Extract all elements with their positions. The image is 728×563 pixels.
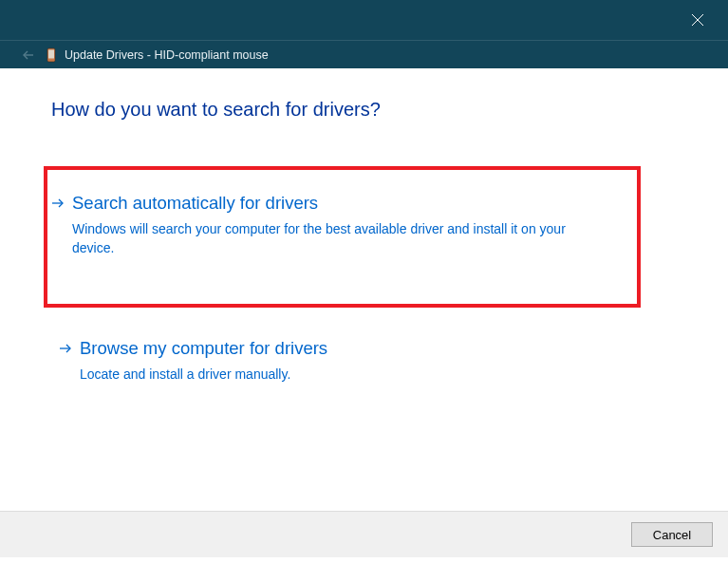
- arrow-icon: [59, 342, 72, 359]
- device-icon: [46, 47, 57, 63]
- close-button[interactable]: [679, 0, 717, 40]
- svg-rect-4: [48, 49, 54, 58]
- content-area: How do you want to search for drivers? S…: [0, 68, 728, 511]
- close-icon: [691, 13, 704, 27]
- back-arrow-icon: [22, 48, 35, 62]
- option-browse-computer[interactable]: Browse my computer for drivers Locate an…: [51, 325, 677, 404]
- back-button[interactable]: [19, 48, 38, 62]
- footer: Cancel: [0, 511, 728, 557]
- option-title: Browse my computer for drivers: [80, 338, 658, 359]
- window-title: Update Drivers - HID-compliant mouse: [65, 48, 269, 62]
- option-search-automatically[interactable]: Search automatically for drivers Windows…: [44, 166, 641, 308]
- option-description: Windows will search your computer for th…: [72, 219, 604, 258]
- titlebar: [0, 0, 728, 40]
- cancel-button[interactable]: Cancel: [631, 522, 713, 547]
- breadcrumb-bar: Update Drivers - HID-compliant mouse: [0, 40, 728, 68]
- arrow-icon: [51, 197, 65, 214]
- option-description: Locate and install a driver manually.: [80, 365, 611, 384]
- option-title: Search automatically for drivers: [72, 193, 622, 214]
- page-heading: How do you want to search for drivers?: [51, 99, 677, 121]
